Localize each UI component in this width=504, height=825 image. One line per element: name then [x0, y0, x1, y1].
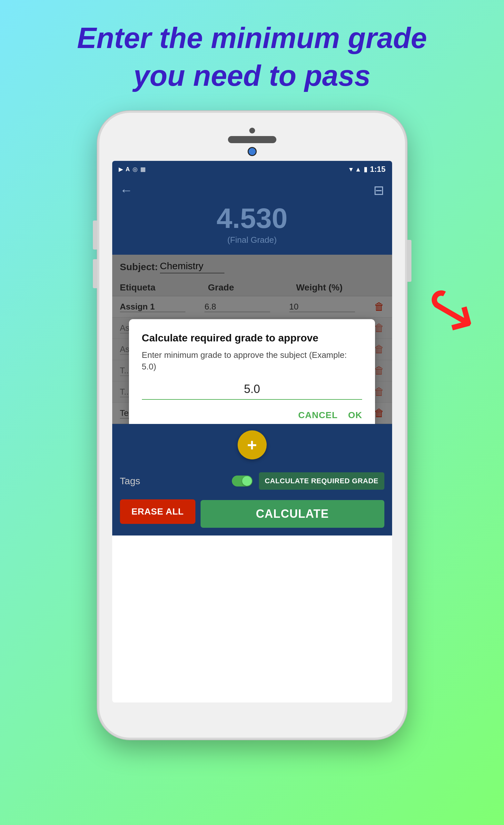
wifi-icon: ▾ — [349, 165, 352, 173]
calculate-required-grade-button[interactable]: CALCULATE REQUIRED GRADE — [259, 472, 384, 490]
calculate-button[interactable]: CALCULATE — [201, 500, 384, 528]
phone-top-bar — [228, 128, 276, 156]
tags-label: Tags — [120, 475, 140, 486]
phone-dot — [249, 128, 255, 134]
add-btn-row: + — [112, 424, 392, 466]
phone-screen: ▶ A ◎ ▦ ▾ ▲ ▮ 1:15 ← ⊟ 4.530 (Final Grad… — [112, 161, 392, 702]
bottom-row: ERASE ALL CALCULATE — [120, 496, 384, 528]
phone-wrapper: ▶ A ◎ ▦ ▾ ▲ ▮ 1:15 ← ⊟ 4.530 (Final Grad… — [97, 111, 407, 740]
dialog-buttons: CANCEL OK — [142, 410, 362, 421]
dialog-overlay: Calculate required grade to approve Ente… — [112, 255, 392, 424]
dialog-cancel-button[interactable]: CANCEL — [298, 410, 338, 421]
status-bar: ▶ A ◎ ▦ ▾ ▲ ▮ 1:15 — [112, 161, 392, 178]
header-line2: you need to pass — [134, 60, 370, 92]
dialog-description: Enter minimum grade to approve the subje… — [142, 349, 362, 373]
dialog-input[interactable] — [142, 382, 362, 400]
dialog: Calculate required grade to approve Ente… — [129, 319, 375, 424]
battery-icon: ▮ — [364, 165, 367, 173]
vol-down-button[interactable] — [93, 259, 97, 288]
phone-speaker — [228, 136, 276, 143]
vol-up-button[interactable] — [93, 221, 97, 249]
erase-all-button[interactable]: ERASE ALL — [120, 499, 196, 524]
final-grade-label: (Final Grade) — [120, 235, 384, 245]
back-button[interactable]: ← — [120, 183, 133, 198]
phone-camera — [248, 147, 257, 156]
status-icons-left: ▶ A ◎ ▦ — [119, 166, 146, 173]
dialog-ok-button[interactable]: OK — [348, 410, 362, 421]
power-button[interactable] — [407, 240, 412, 282]
play-icon: ▶ — [119, 166, 123, 173]
header-text: Enter the minimum grade you need to pass — [51, 19, 453, 95]
circle-icon: ◎ — [133, 166, 138, 173]
save-button[interactable]: ⊟ — [373, 183, 384, 198]
grade-display: 4.530 — [120, 204, 384, 232]
toggle-knob — [242, 476, 252, 486]
dialog-title: Calculate required grade to approve — [142, 332, 362, 344]
tags-row: Tags CALCULATE REQUIRED GRADE — [120, 472, 384, 490]
tags-toggle[interactable] — [232, 475, 253, 486]
red-arrow-indicator: ↩ — [411, 269, 490, 352]
app-header: ← ⊟ 4.530 (Final Grade) — [112, 178, 392, 255]
signal-icon: ▲ — [355, 166, 361, 173]
a-icon: A — [126, 166, 130, 173]
time-display: 1:15 — [370, 165, 385, 174]
app-content: Subject: Chemistry Etiqueta Grade Weight… — [112, 255, 392, 424]
grid-icon: ▦ — [140, 166, 146, 173]
app-header-top: ← ⊟ — [120, 183, 384, 198]
bottom-controls: Tags CALCULATE REQUIRED GRADE ERASE ALL … — [112, 466, 392, 535]
status-icons-right: ▾ ▲ ▮ 1:15 — [349, 165, 386, 174]
add-item-button[interactable]: + — [238, 430, 267, 459]
header-line1: Enter the minimum grade — [77, 22, 427, 54]
